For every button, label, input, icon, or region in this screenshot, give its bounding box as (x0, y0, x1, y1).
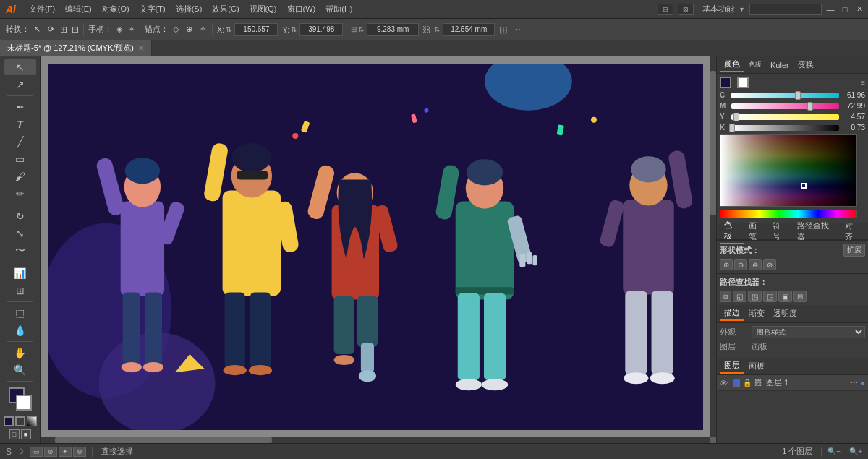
stroke-indicator[interactable] (737, 77, 749, 88)
status-tool-btn4[interactable]: ⚙ (73, 447, 86, 457)
snap-btn2[interactable]: ✧ (197, 23, 209, 35)
scrollbar-horizontal[interactable] (41, 437, 710, 443)
tab-color-reference[interactable]: 色板 (744, 59, 766, 71)
mesh-tool[interactable]: ⊞ (4, 283, 36, 299)
status-tool-btn1[interactable]: ▭ (30, 447, 43, 457)
slider-m-thumb[interactable] (807, 102, 813, 111)
height-input[interactable] (443, 23, 495, 36)
extra-icon[interactable]: ⋯ (516, 25, 523, 33)
tab-transform[interactable]: 变换 (793, 58, 818, 72)
rect-tool[interactable]: ▭ (4, 151, 36, 167)
menu-file[interactable]: 文件(F) (25, 2, 59, 16)
handle-btn2[interactable]: ⌖ (127, 23, 137, 35)
eyedropper-tool[interactable]: 💧 (4, 322, 36, 338)
menu-object[interactable]: 对象(O) (98, 2, 134, 16)
tab-transparency[interactable]: 透明度 (769, 306, 801, 320)
menu-help[interactable]: 帮助(H) (321, 2, 357, 16)
type-tool[interactable]: T (4, 116, 36, 132)
color-options-icon[interactable]: ≡ (861, 79, 865, 87)
tab-close-icon[interactable]: ✕ (138, 44, 144, 52)
canvas-area[interactable] (41, 56, 716, 443)
zoom-tool[interactable]: 🔍 (4, 362, 36, 378)
canvas-document[interactable] (48, 64, 703, 430)
scrollbar-vertical[interactable] (710, 56, 716, 437)
brush-tool[interactable]: 🖌 (4, 168, 36, 184)
status-zoom-in[interactable]: 🔍+ (849, 447, 862, 455)
layer-visibility-icon[interactable]: 👁 (720, 379, 730, 387)
search-box[interactable] (749, 4, 822, 15)
pf-minus-back[interactable]: ⊟ (793, 291, 807, 302)
direct-select-tool[interactable]: ↗ (4, 77, 36, 93)
link-icon[interactable]: ⛓ (422, 25, 430, 34)
tab-kuler[interactable]: Kuler (766, 59, 793, 71)
graphic-style-select[interactable]: 图形样式 (752, 326, 865, 338)
status-tool-btn2[interactable]: ⊕ (44, 447, 57, 457)
color-mode-fill[interactable] (4, 416, 14, 426)
line-tool[interactable]: ╱ (4, 134, 36, 150)
slider-m-track[interactable] (731, 103, 839, 109)
shape-unite[interactable]: ⊕ (720, 259, 733, 270)
document-tab[interactable]: 未标题-5* @ 127.21% (CMYK/预览) ✕ (0, 40, 152, 56)
layer-row-1[interactable]: 👁 🔒 🖼 图层 1 ⋯ ● (717, 375, 868, 391)
handle-btn1[interactable]: ◈ (114, 23, 125, 35)
screen-icon[interactable]: ⊠ (678, 4, 694, 15)
rotate-tool-btn[interactable]: ⟳ (45, 23, 57, 35)
status-zoom-out[interactable]: 🔍− (827, 447, 841, 455)
width-input[interactable] (367, 23, 419, 36)
rotate-tool[interactable]: ↻ (4, 208, 36, 224)
color-mode-none[interactable] (15, 416, 25, 426)
select-tool[interactable]: ↖ (4, 59, 36, 75)
color-box[interactable] (9, 387, 32, 411)
pf-divide[interactable]: ⧈ (720, 291, 731, 302)
warp-tool[interactable]: 〜 (4, 243, 36, 259)
workspace-dropdown-icon[interactable]: ▾ (740, 5, 744, 13)
x-input[interactable] (234, 23, 278, 36)
scale-tool[interactable]: ⤡ (4, 226, 36, 241)
screen-mode-normal[interactable]: □ (9, 429, 20, 439)
menu-effect[interactable]: 效果(C) (208, 2, 243, 16)
y-input[interactable] (299, 23, 343, 36)
constraint-icon[interactable]: ⊞ (499, 24, 508, 35)
hand-tool[interactable]: ✋ (4, 345, 36, 361)
arrangement-icon[interactable]: ⊟ (658, 4, 673, 15)
slider-y-track[interactable] (731, 114, 839, 120)
shape-minus-front[interactable]: ⊖ (734, 259, 747, 270)
fill-indicator[interactable] (720, 77, 731, 88)
tab-layers[interactable]: 图层 (720, 359, 744, 374)
tab-gradient[interactable]: 渐变 (744, 306, 769, 320)
restore-button[interactable]: □ (839, 4, 851, 15)
select-tool-btn[interactable]: ↖ (31, 23, 43, 35)
tab-color[interactable]: 颜色 (720, 57, 744, 72)
snap-btn1[interactable]: ◇ (170, 23, 182, 35)
menu-text[interactable]: 文字(T) (135, 2, 170, 16)
slider-k-thumb[interactable] (729, 124, 735, 132)
slider-y-thumb[interactable] (733, 113, 739, 121)
w-up-down[interactable]: ⇅ (358, 25, 364, 33)
shape-intersect[interactable]: ⊗ (749, 259, 762, 270)
color-mode-gradient[interactable] (27, 416, 37, 426)
slider-k-track[interactable] (731, 125, 839, 131)
slider-c-track[interactable] (731, 93, 839, 98)
pf-merge[interactable]: ◳ (748, 291, 762, 302)
blend-tool[interactable]: ⬚ (4, 305, 36, 321)
menu-edit[interactable]: 编辑(E) (61, 2, 96, 16)
transform-icon[interactable]: ⊞ (59, 23, 69, 36)
color-spectrum[interactable] (720, 134, 857, 207)
scrollbar-v-thumb[interactable] (710, 71, 716, 215)
scrollbar-h-thumb[interactable] (55, 437, 272, 443)
transform-icon2[interactable]: ⊟ (70, 23, 80, 36)
menu-select[interactable]: 选择(S) (171, 2, 207, 16)
menu-view[interactable]: 视图(Q) (245, 2, 281, 16)
status-tool-btn3[interactable]: ✦ (59, 447, 72, 457)
pf-crop[interactable]: ◲ (763, 291, 777, 302)
graph-tool[interactable]: 📊 (4, 265, 36, 281)
y-up-down[interactable]: ⇅ (291, 25, 297, 33)
screen-mode-full[interactable]: ■ (21, 429, 31, 439)
stroke-box[interactable] (16, 395, 32, 411)
shape-exclude[interactable]: ⊘ (763, 259, 776, 270)
pen-tool[interactable]: ✒ (4, 99, 36, 115)
layer-options-icon[interactable]: ⋯ (851, 379, 858, 387)
layer-lock-icon[interactable]: 🔒 (743, 379, 752, 387)
pf-trim[interactable]: ◱ (733, 291, 746, 302)
snap-icon[interactable]: ⊕ (183, 23, 195, 35)
